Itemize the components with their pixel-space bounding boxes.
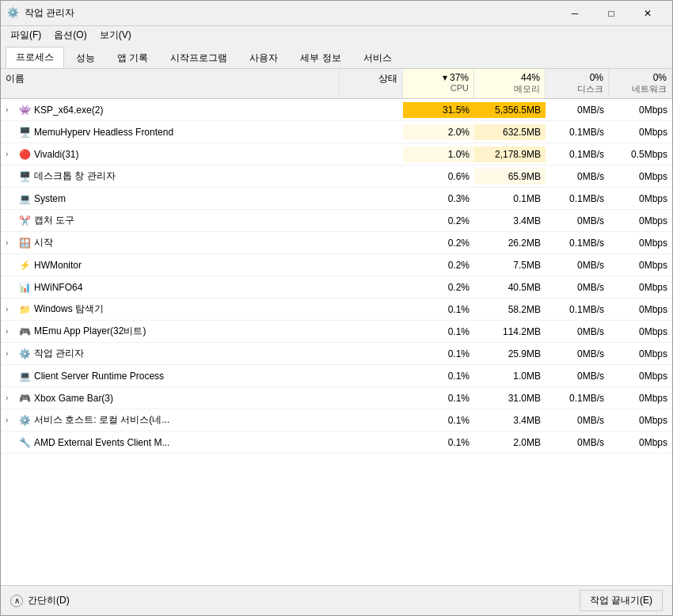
expand-arrow-icon[interactable]: › xyxy=(6,238,15,247)
menu-item[interactable]: 파일(F) xyxy=(4,27,48,44)
td-cpu: 0.1% xyxy=(403,390,474,406)
th-disk[interactable]: 0% 디스크 xyxy=(546,69,609,98)
table-row[interactable]: ›🪟시작0.2%26.2MB0.1MB/s0Mbps xyxy=(1,232,672,254)
table-row[interactable]: ›🔴Vivaldi(31)1.0%2,178.9MB0.1MB/s0.5Mbps xyxy=(1,143,672,165)
expand-arrow-icon[interactable]: › xyxy=(6,394,15,402)
task-manager-window: ⚙️ 작업 관리자 ─ □ ✕ 파일(F)옵션(O)보기(V) 프로세스성능앱 … xyxy=(0,0,673,616)
process-name-cell: 💻Client Server Runtime Process xyxy=(1,367,340,385)
td-disk: 0MB/s xyxy=(546,102,609,118)
tab-성능[interactable]: 성능 xyxy=(66,48,105,68)
process-name: AMD External Events Client M... xyxy=(34,437,169,448)
menu-item[interactable]: 보기(V) xyxy=(93,27,138,44)
expand-arrow-icon[interactable]: › xyxy=(6,105,15,114)
table-row[interactable]: ›📁Windows 탐색기0.1%58.2MB0.1MB/s0Mbps xyxy=(1,298,672,321)
expand-arrow-icon[interactable]: › xyxy=(6,305,15,314)
tab-사용자[interactable]: 사용자 xyxy=(239,48,288,68)
td-memory: 632.5MB xyxy=(474,124,546,140)
process-name: Windows 탐색기 xyxy=(34,302,104,316)
process-icon: 💻 xyxy=(18,370,31,382)
process-icon: 🔧 xyxy=(18,436,31,449)
table-row[interactable]: ›🎮MEmu App Player(32비트)0.1%114.2MB0MB/s0… xyxy=(1,321,672,343)
process-name-cell: 💻System xyxy=(1,190,340,207)
maximize-button[interactable]: □ xyxy=(593,1,629,26)
table-row[interactable]: 📊HWiNFO640.2%40.5MB0MB/s0Mbps xyxy=(1,276,672,298)
td-network: 0Mbps xyxy=(609,213,672,229)
process-icon: 🖥️ xyxy=(18,126,31,139)
tab-앱 기록[interactable]: 앱 기록 xyxy=(107,48,158,68)
td-network: 0Mbps xyxy=(609,191,672,207)
td-status xyxy=(340,196,403,201)
td-status xyxy=(340,130,403,135)
td-disk: 0MB/s xyxy=(546,435,609,451)
td-cpu: 0.1% xyxy=(403,302,474,318)
table-row[interactable]: 💻System0.3%0.1MB0.1MB/s0Mbps xyxy=(1,188,672,210)
td-network: 0Mbps xyxy=(609,279,672,295)
table-row[interactable]: ›👾KSP_x64.exe(2)31.5%5,356.5MB0MB/s0Mbps xyxy=(1,99,672,121)
title-bar: ⚙️ 작업 관리자 ─ □ ✕ xyxy=(1,1,672,26)
td-network: 0Mbps xyxy=(609,235,672,251)
tab-세부 정보[interactable]: 세부 정보 xyxy=(290,48,351,68)
table-row[interactable]: ›⚙️작업 관리자0.1%25.9MB0MB/s0Mbps xyxy=(1,343,672,365)
process-table: 이름 상태 ▾ 37% CPU 44% 메모리 0% 디스크 xyxy=(1,69,672,585)
process-name-cell: 🔧AMD External Events Client M... xyxy=(1,434,340,451)
td-disk: 0MB/s xyxy=(546,413,609,428)
process-name: MemuHyperv Headless Frontend xyxy=(34,127,173,138)
simple-mode-btn[interactable]: ∧ 간단히(D) xyxy=(10,594,70,607)
table-row[interactable]: 🖥️데스크톱 창 관리자0.6%65.9MB0MB/s0Mbps xyxy=(1,165,672,188)
td-status xyxy=(340,352,403,356)
process-name: 시작 xyxy=(34,236,53,249)
th-network[interactable]: 0% 네트워크 xyxy=(609,69,672,98)
td-cpu: 0.2% xyxy=(403,257,474,273)
table-row[interactable]: 💻Client Server Runtime Process0.1%1.0MB0… xyxy=(1,365,672,387)
process-name-cell: 🖥️데스크톱 창 관리자 xyxy=(1,167,340,185)
minimize-button[interactable]: ─ xyxy=(557,1,593,26)
td-status xyxy=(340,285,403,290)
tab-서비스[interactable]: 서비스 xyxy=(353,48,402,68)
expand-arrow-icon[interactable]: › xyxy=(6,416,15,424)
process-name: 데스크톱 창 관리자 xyxy=(34,169,116,183)
td-disk: 0.1MB/s xyxy=(546,191,609,207)
th-cpu[interactable]: ▾ 37% CPU xyxy=(403,69,474,98)
table-row[interactable]: 🔧AMD External Events Client M...0.1%2.0M… xyxy=(1,432,672,454)
end-task-button[interactable]: 작업 끝내기(E) xyxy=(580,590,663,611)
td-disk: 0.1MB/s xyxy=(546,124,609,140)
td-network: 0Mbps xyxy=(609,324,672,340)
td-cpu: 1.0% xyxy=(403,146,474,162)
td-network: 0Mbps xyxy=(609,346,672,362)
process-name: MEmu App Player(32비트) xyxy=(34,325,146,338)
table-row[interactable]: 🖥️MemuHyperv Headless Frontend2.0%632.5M… xyxy=(1,121,672,143)
td-disk: 0MB/s xyxy=(546,368,609,384)
td-cpu: 0.6% xyxy=(403,169,474,184)
th-name[interactable]: 이름 xyxy=(1,69,340,98)
td-memory: 2,178.9MB xyxy=(474,146,546,162)
td-disk: 0.1MB/s xyxy=(546,146,609,162)
table-row[interactable]: ›🎮Xbox Game Bar(3)0.1%31.0MB0.1MB/s0Mbps xyxy=(1,387,672,409)
close-button[interactable]: ✕ xyxy=(629,1,666,26)
process-icon: ⚙️ xyxy=(18,414,31,427)
menu-item[interactable]: 옵션(O) xyxy=(48,27,93,44)
td-network: 0Mbps xyxy=(609,102,672,118)
table-row[interactable]: ⚡HWMonitor0.2%7.5MB0MB/s0Mbps xyxy=(1,254,672,276)
process-name: 서비스 호스트: 로컬 서비스(네... xyxy=(34,413,169,427)
expand-arrow-icon[interactable]: › xyxy=(6,327,15,336)
table-row[interactable]: ✂️캡처 도구0.2%3.4MB0MB/s0Mbps xyxy=(1,210,672,232)
td-cpu: 0.1% xyxy=(403,413,474,428)
process-icon: ⚙️ xyxy=(18,348,31,360)
simple-label: 간단히(D) xyxy=(28,594,70,607)
process-name: Client Server Runtime Process xyxy=(34,371,164,382)
tab-시작프로그램[interactable]: 시작프로그램 xyxy=(160,48,238,68)
menu-bar: 파일(F)옵션(O)보기(V) xyxy=(1,26,672,44)
th-memory[interactable]: 44% 메모리 xyxy=(474,69,546,98)
process-name-cell: ›🎮MEmu App Player(32비트) xyxy=(1,322,340,340)
table-row[interactable]: ›⚙️서비스 호스트: 로컬 서비스(네...0.1%3.4MB0MB/s0Mb… xyxy=(1,409,672,432)
td-cpu: 0.1% xyxy=(403,368,474,384)
process-name: HWMonitor xyxy=(34,260,82,271)
process-icon: 🔴 xyxy=(18,148,31,161)
expand-arrow-icon[interactable]: › xyxy=(6,150,15,158)
td-network: 0Mbps xyxy=(609,169,672,184)
td-network: 0Mbps xyxy=(609,390,672,406)
expand-arrow-icon[interactable]: › xyxy=(6,349,15,358)
process-icon: 🎮 xyxy=(18,325,31,338)
tab-프로세스[interactable]: 프로세스 xyxy=(6,47,64,68)
th-status[interactable]: 상태 xyxy=(340,69,403,98)
